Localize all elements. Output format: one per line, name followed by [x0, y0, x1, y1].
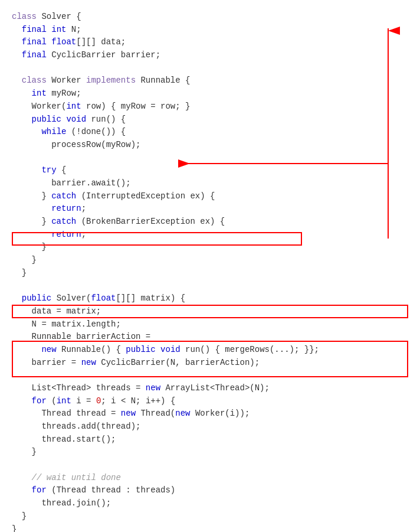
- code-line-3: final float[][] data;: [12, 36, 408, 49]
- code-line-16: return;: [12, 203, 408, 216]
- code-line-37: // wait until done: [12, 472, 408, 485]
- code-line-15: } catch (InterruptedException ex) {: [12, 190, 408, 203]
- code-line-11: processRow(myRow);: [12, 139, 408, 152]
- code-line-30: List<Thread> threads = new ArrayList<Thr…: [12, 382, 408, 395]
- code-line-24: data = matrix;: [12, 305, 408, 318]
- code-line-39: thread.join();: [12, 497, 408, 510]
- code-line-17: } catch (BrokenBarrierException ex) {: [12, 216, 408, 229]
- code-line-25: N = matrix.length;: [12, 318, 408, 331]
- code-line-33: threads.add(thread);: [12, 420, 408, 433]
- code-line-1: class Solver {: [12, 11, 408, 24]
- code-line-14: barrier.await();: [12, 177, 408, 190]
- code-line-23: public Solver(float[][] matrix) {: [12, 292, 408, 305]
- code-line-10: while (!done()) {: [12, 126, 408, 139]
- code-line-31: for (int i = 0; i < N; i++) {: [12, 395, 408, 408]
- code-line-21: }: [12, 267, 408, 280]
- code-line-26: Runnable barrierAction =: [12, 331, 408, 344]
- code-line-6: class Worker implements Runnable {: [12, 74, 408, 87]
- code-line-27: new Runnable() { public void run() { mer…: [12, 344, 408, 357]
- code-line-4: final CyclicBarrier barrier;: [12, 49, 408, 62]
- code-line-18: return;: [12, 229, 408, 241]
- code-line-40: }: [12, 510, 408, 523]
- code-line-35: }: [12, 446, 408, 459]
- code-line-7: int myRow;: [12, 87, 408, 100]
- code-line-34: thread.start();: [12, 433, 408, 446]
- code-line-36: [12, 459, 408, 472]
- code-line-12: [12, 152, 408, 165]
- code-line-19: }: [12, 241, 408, 254]
- code-line-28: barrier = new CyclicBarrier(N, barrierAc…: [12, 357, 408, 370]
- code-line-5: [12, 62, 408, 75]
- code-line-20: }: [12, 254, 408, 267]
- code-line-9: public void run() {: [12, 113, 408, 126]
- code-line-32: Thread thread = new Thread(new Worker(i)…: [12, 407, 408, 420]
- code-line-38: for (Thread thread : threads): [12, 484, 408, 497]
- code-line-2: final int N;: [12, 24, 408, 37]
- code-line-22: [12, 279, 408, 292]
- code-line-29: [12, 369, 408, 382]
- code-line-8: Worker(int row) { myRow = row; }: [12, 100, 408, 113]
- code-line-13: try {: [12, 164, 408, 177]
- code-container: class Solver { final int N; final float[…: [0, 0, 420, 532]
